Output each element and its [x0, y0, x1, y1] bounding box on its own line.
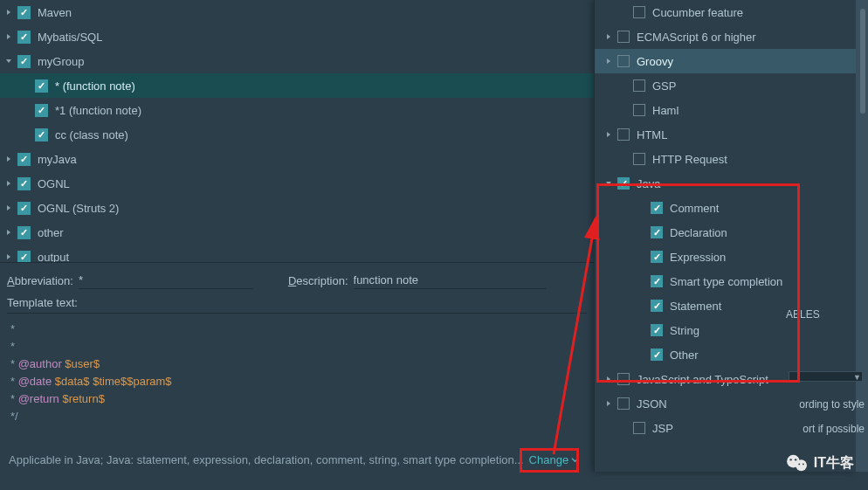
- checkbox[interactable]: [651, 226, 663, 238]
- tree-item-label: OGNL: [38, 177, 70, 190]
- checkbox[interactable]: [617, 55, 630, 67]
- chevron-right-icon[interactable]: [603, 129, 614, 140]
- tree-item[interactable]: OGNL: [0, 171, 594, 196]
- context-item-label: HTTP Request: [652, 153, 727, 166]
- checkbox[interactable]: [17, 226, 31, 239]
- tree-item-label: * (function note): [55, 79, 135, 93]
- checkbox[interactable]: [35, 104, 48, 117]
- checkbox[interactable]: [651, 349, 663, 361]
- context-item-label: Groovy: [637, 55, 673, 68]
- checkbox[interactable]: [17, 177, 31, 190]
- checkbox[interactable]: [35, 128, 48, 141]
- abbreviation-input[interactable]: [79, 272, 253, 289]
- applicable-text: Applicable in Java; Java: statement, exp…: [9, 453, 524, 466]
- tree-item[interactable]: output: [0, 245, 594, 262]
- chevron-right-icon[interactable]: [603, 374, 614, 384]
- context-item[interactable]: GSP: [595, 73, 856, 98]
- checkbox[interactable]: [17, 153, 31, 166]
- description-input[interactable]: [354, 272, 546, 289]
- settings-main-panel: MavenMybatis/SQLmyGroup* (function note)…: [0, 0, 594, 490]
- chevron-right-icon[interactable]: [3, 203, 14, 213]
- chevron-right-icon[interactable]: [3, 31, 14, 42]
- tree-item[interactable]: OGNL (Struts 2): [0, 196, 594, 220]
- svg-point-4: [795, 459, 796, 460]
- tree-item[interactable]: cc (class note): [0, 122, 594, 147]
- context-item[interactable]: Java: [595, 171, 856, 196]
- checkbox[interactable]: [617, 373, 630, 385]
- template-groups-tree: MavenMybatis/SQLmyGroup* (function note)…: [0, 0, 594, 262]
- applicable-bar: Applicable in Java; Java: statement, exp…: [0, 441, 594, 475]
- context-item[interactable]: Other: [595, 342, 856, 367]
- checkbox[interactable]: [17, 251, 31, 263]
- context-item[interactable]: HTTP Request: [595, 147, 856, 171]
- tree-item[interactable]: Maven: [0, 0, 594, 24]
- chevron-down-icon[interactable]: [3, 56, 14, 66]
- checkbox[interactable]: [617, 397, 630, 410]
- change-link[interactable]: Change: [529, 453, 580, 466]
- context-item-label: JSON: [637, 397, 667, 411]
- context-item[interactable]: Cucumber feature: [595, 0, 856, 24]
- checkbox[interactable]: [633, 6, 645, 18]
- chevron-right-icon[interactable]: [603, 31, 614, 42]
- tree-item[interactable]: myJava: [0, 147, 594, 171]
- context-item-label: Smart type completion: [670, 275, 782, 288]
- chevron-right-icon[interactable]: [3, 227, 14, 238]
- context-item[interactable]: Groovy: [595, 49, 856, 73]
- chevron-down-icon[interactable]: [603, 178, 614, 189]
- checkbox[interactable]: [617, 31, 630, 43]
- context-item[interactable]: Comment: [595, 196, 856, 220]
- tree-item-label: Mybatis/SQL: [38, 31, 102, 44]
- tree-item[interactable]: * (function note): [0, 73, 594, 98]
- context-item[interactable]: Expression: [595, 245, 856, 269]
- tree-item[interactable]: *1 (function note): [0, 98, 594, 122]
- chevron-right-icon[interactable]: [3, 178, 14, 189]
- tree-item-label: myGroup: [38, 55, 84, 68]
- checkbox[interactable]: [35, 79, 48, 93]
- checkbox[interactable]: [651, 202, 663, 214]
- context-item[interactable]: Declaration: [595, 220, 856, 245]
- scrollbar-thumb[interactable]: [860, 9, 865, 114]
- checkbox[interactable]: [633, 422, 645, 434]
- template-text-editor[interactable]: * * * @author $user$ * @date $data$ $tim…: [7, 313, 587, 432]
- context-item[interactable]: Smart type completion: [595, 269, 856, 293]
- checkbox[interactable]: [17, 202, 31, 215]
- checkbox[interactable]: [617, 128, 630, 141]
- checkbox[interactable]: [17, 6, 31, 19]
- context-item-label: JSP: [652, 422, 673, 435]
- context-item[interactable]: HTML: [595, 122, 856, 147]
- checkbox[interactable]: [633, 153, 645, 165]
- chevron-right-icon[interactable]: [603, 56, 614, 66]
- checkbox[interactable]: [651, 300, 663, 312]
- checkbox[interactable]: [633, 79, 645, 92]
- context-item-label: GSP: [652, 79, 676, 93]
- abbreviation-label: Abbreviation:: [7, 274, 73, 287]
- tree-item[interactable]: Mybatis/SQL: [0, 24, 594, 49]
- tree-item-label: output: [38, 251, 69, 263]
- context-item[interactable]: Haml: [595, 98, 856, 122]
- chevron-right-icon[interactable]: [603, 398, 614, 409]
- context-item-label: String: [670, 324, 699, 337]
- context-item[interactable]: ECMAScript 6 or higher: [595, 24, 856, 49]
- chevron-right-icon[interactable]: [3, 7, 14, 17]
- side-text-2: ort if possible: [803, 423, 865, 435]
- watermark: IT牛客: [786, 453, 854, 473]
- checkbox[interactable]: [651, 324, 663, 336]
- context-item-label: ECMAScript 6 or higher: [637, 31, 756, 44]
- tree-item[interactable]: myGroup: [0, 49, 594, 73]
- chevron-right-icon[interactable]: [3, 252, 14, 262]
- svg-point-3: [789, 459, 791, 460]
- checkbox[interactable]: [17, 55, 31, 68]
- checkbox[interactable]: [17, 31, 31, 44]
- tree-item-label: Maven: [38, 6, 72, 19]
- tree-item-label: myJava: [38, 153, 77, 166]
- checkbox[interactable]: [651, 275, 663, 287]
- checkbox[interactable]: [633, 104, 645, 116]
- template-text-label: Template text:: [7, 296, 587, 309]
- tree-item[interactable]: other: [0, 220, 594, 245]
- chevron-right-icon[interactable]: [3, 154, 14, 164]
- checkbox[interactable]: [651, 251, 663, 263]
- checkbox[interactable]: [617, 177, 630, 190]
- tree-item-label: cc (class note): [55, 128, 128, 141]
- context-item-label: Cucumber feature: [652, 6, 743, 19]
- tree-item-label: OGNL (Struts 2): [38, 202, 119, 215]
